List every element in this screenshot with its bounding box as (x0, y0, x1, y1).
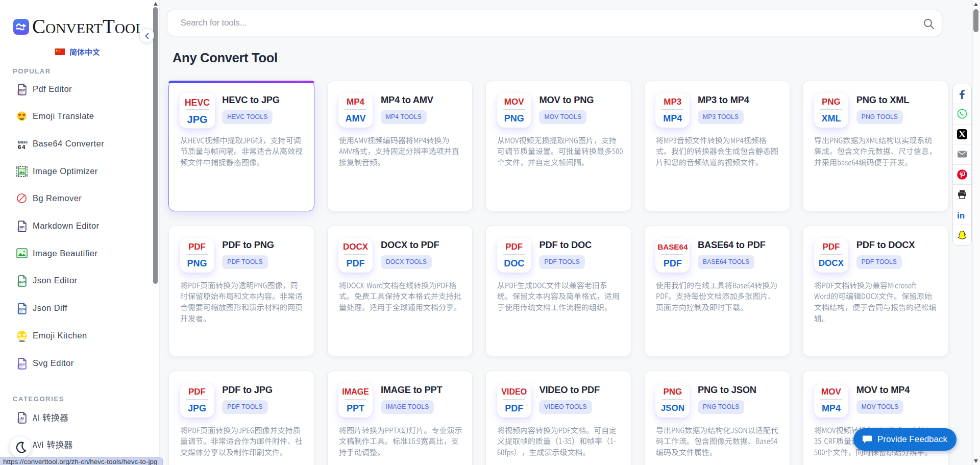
svg-text:64: 64 (18, 143, 26, 150)
svg-text:JSON: JSON (19, 281, 26, 283)
svg-text:MD: MD (19, 225, 24, 229)
svg-text:PDF: PDF (19, 88, 26, 91)
svg-text:JSON: JSON (19, 308, 26, 311)
svg-text:in: in (957, 210, 965, 220)
svg-text:SVG: SVG (19, 362, 25, 365)
svg-text:AI: AI (20, 416, 24, 420)
